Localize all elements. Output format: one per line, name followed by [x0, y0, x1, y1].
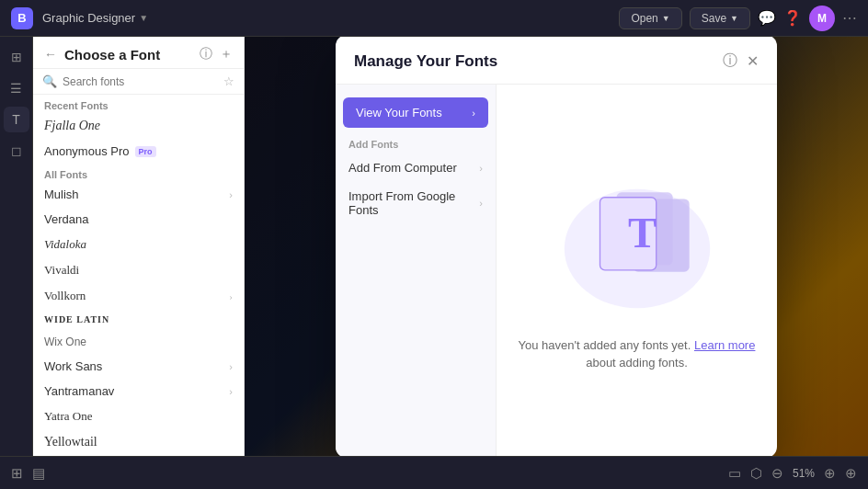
- add-font-icon[interactable]: ＋: [220, 46, 233, 63]
- font-name: Verdana: [44, 212, 88, 226]
- recent-fonts-label: Recent Fonts: [33, 95, 244, 113]
- submenu-chevron: ›: [229, 361, 233, 372]
- font-item-work-sans[interactable]: Work Sans ›: [33, 354, 244, 379]
- submenu-chevron: ›: [229, 189, 233, 200]
- sidebar-home-icon[interactable]: ⊞: [4, 44, 29, 70]
- font-item-yantramanav[interactable]: Yantramanav ›: [33, 379, 244, 404]
- empty-sub-text: about adding fonts.: [586, 356, 688, 370]
- bottombar-elements-icon[interactable]: ⬡: [750, 465, 762, 482]
- font-item-yatra-one[interactable]: Yatra One: [33, 404, 244, 429]
- modal-header: Manage Your Fonts ⓘ ✕: [336, 37, 777, 85]
- font-item-mulish[interactable]: Mulish ›: [33, 182, 244, 207]
- font-search-bar: 🔍 ☆: [33, 69, 244, 95]
- bottombar-location-icon[interactable]: ⊕: [845, 465, 857, 482]
- help-icon[interactable]: ❓: [783, 9, 802, 27]
- bottombar-plus-icon[interactable]: ⊕: [824, 465, 836, 482]
- modal-title: Manage Your Fonts: [354, 52, 723, 71]
- modal-right-content: T You haven't added any fonts yet. Learn…: [497, 85, 777, 456]
- save-button[interactable]: Save ▼: [690, 7, 750, 29]
- font-name: Wix One: [44, 335, 86, 348]
- bottombar-grid-icon[interactable]: ⊞: [11, 465, 23, 482]
- font-item-yellowtail[interactable]: Yellowtail: [33, 429, 244, 455]
- font-panel-title: Choose a Font: [64, 47, 192, 63]
- search-input[interactable]: [63, 75, 218, 88]
- canvas-area: Manage Your Fonts ⓘ ✕ View Your Fonts › …: [245, 37, 868, 456]
- import-google-fonts-item[interactable]: Import From Google Fonts ›: [336, 182, 496, 224]
- add-computer-chevron: ›: [479, 163, 483, 174]
- open-button[interactable]: Open ▼: [619, 7, 681, 29]
- font-panel-header: ← Choose a Font ⓘ ＋: [33, 37, 244, 69]
- font-name: Work Sans: [44, 359, 102, 373]
- font-item-wix-one[interactable]: Wix One: [33, 330, 244, 354]
- learn-more-link[interactable]: Learn more: [694, 338, 755, 352]
- star-icon[interactable]: ☆: [223, 74, 234, 88]
- modal-body: View Your Fonts › Add Fonts Add From Com…: [336, 85, 777, 456]
- svg-text:T: T: [628, 208, 657, 256]
- expand-icon[interactable]: ⋯: [842, 9, 857, 27]
- info-icon[interactable]: ⓘ: [200, 46, 212, 63]
- font-list: Recent Fonts Fjalla One Anonymous Pro Pr…: [33, 95, 244, 456]
- font-name: Wide Latin: [44, 314, 109, 324]
- add-fonts-section-label: Add Fonts: [336, 130, 496, 154]
- view-fonts-chevron: ›: [472, 108, 475, 119]
- chat-icon[interactable]: 💬: [758, 9, 776, 27]
- main-layout: ⊞ ☰ T ◻ ← Choose a Font ⓘ ＋ 🔍 ☆ Recent F…: [0, 37, 868, 456]
- view-fonts-label: View Your Fonts: [356, 106, 442, 119]
- topbar: B Graphic Designer ▼ Open ▼ Save ▼ 💬 ❓ M…: [0, 0, 868, 37]
- app-title: Graphic Designer ▼: [42, 11, 148, 25]
- font-name: Yantramanav: [44, 384, 114, 398]
- font-name: Mulish: [44, 188, 79, 201]
- back-icon[interactable]: ←: [44, 47, 57, 62]
- bottombar-frame-icon[interactable]: ▭: [728, 465, 741, 482]
- modal-overlay: Manage Your Fonts ⓘ ✕ View Your Fonts › …: [245, 37, 868, 456]
- font-name: Vollkorn: [44, 289, 86, 303]
- user-avatar[interactable]: M: [809, 6, 835, 31]
- modal-left-nav: View Your Fonts › Add Fonts Add From Com…: [336, 85, 497, 456]
- add-from-computer-item[interactable]: Add From Computer ›: [336, 154, 496, 182]
- font-item-vollkorn[interactable]: Vollkorn ›: [33, 283, 244, 309]
- font-name: Yellowtail: [44, 435, 97, 449]
- manage-fonts-modal: Manage Your Fonts ⓘ ✕ View Your Fonts › …: [336, 37, 777, 456]
- view-your-fonts-item[interactable]: View Your Fonts ›: [343, 97, 488, 128]
- font-panel: ← Choose a Font ⓘ ＋ 🔍 ☆ Recent Fonts Fja…: [33, 37, 245, 456]
- zoom-level: 51%: [793, 467, 815, 480]
- sidebar-text-icon[interactable]: T: [4, 107, 29, 132]
- font-item-verdana[interactable]: Verdana: [33, 207, 244, 232]
- font-name: Anonymous Pro: [44, 144, 130, 158]
- bottombar-layers-icon[interactable]: ▤: [32, 465, 45, 482]
- font-name: Yatra One: [44, 409, 92, 424]
- font-item-anonymous-pro[interactable]: Anonymous Pro Pro: [33, 139, 244, 164]
- font-item-wide-latin[interactable]: Wide Latin: [33, 309, 244, 330]
- empty-main-text: You haven't added any fonts yet.: [519, 338, 691, 352]
- search-icon: 🔍: [42, 74, 57, 88]
- font-item-vidaloka[interactable]: Vidaloka: [33, 232, 244, 257]
- title-chevron[interactable]: ▼: [139, 13, 148, 23]
- modal-close-icon[interactable]: ✕: [747, 52, 759, 70]
- sidebar-shapes-icon[interactable]: ◻: [4, 138, 29, 164]
- modal-info-icon[interactable]: ⓘ: [723, 51, 737, 71]
- font-name: Vidaloka: [44, 237, 86, 252]
- font-name: Vivaldi: [44, 263, 79, 278]
- import-google-chevron: ›: [479, 198, 483, 209]
- app-logo: B: [11, 7, 33, 29]
- add-from-computer-label: Add From Computer: [348, 161, 457, 175]
- sidebar-icons: ⊞ ☰ T ◻: [0, 37, 33, 456]
- submenu-chevron: ›: [229, 290, 233, 301]
- bottombar-minus-icon[interactable]: ⊖: [771, 465, 783, 482]
- import-google-label: Import From Google Fonts: [348, 189, 479, 217]
- font-name: Fjalla One: [44, 119, 100, 133]
- font-illustration: T: [554, 171, 720, 318]
- pro-badge: Pro: [135, 146, 156, 157]
- bottombar: ⊞ ▤ ▭ ⬡ ⊖ 51% ⊕ ⊕: [0, 456, 868, 489]
- all-fonts-label: All Fonts: [33, 164, 244, 182]
- font-item-fjalla-one[interactable]: Fjalla One: [33, 113, 244, 139]
- submenu-chevron: ›: [229, 386, 233, 397]
- sidebar-layers-icon[interactable]: ☰: [4, 75, 29, 101]
- topbar-actions: Open ▼ Save ▼ 💬 ❓ M ⋯: [619, 6, 857, 31]
- font-item-vivaldi[interactable]: Vivaldi: [33, 257, 244, 283]
- modal-empty-text: You haven't added any fonts yet. Learn m…: [519, 336, 756, 372]
